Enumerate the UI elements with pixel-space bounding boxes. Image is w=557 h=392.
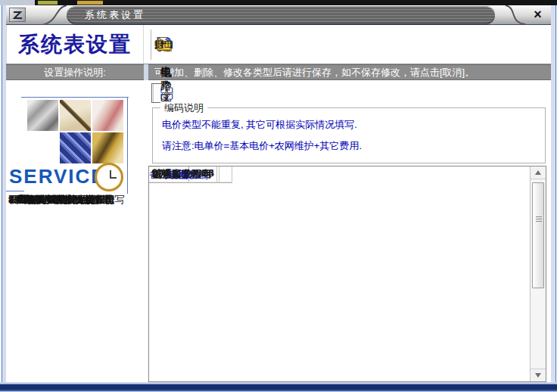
page-title-panel: 系统表设置 xyxy=(6,25,144,64)
coding-notes-groupbox: 编码说明 电价类型不能重复, 其它可根据实际情况填写. 请注意:电单价=基本电价… xyxy=(152,107,546,163)
decor-line xyxy=(127,97,128,194)
decor-line xyxy=(6,191,24,191)
background-icon-remnant xyxy=(38,1,58,5)
photo-pocket-watch xyxy=(95,163,123,191)
scroll-up-button[interactable] xyxy=(531,166,546,179)
titlebar: 系统表设置 × xyxy=(6,5,551,25)
vertical-scrollbar[interactable] xyxy=(530,166,546,381)
photo-fountain-pen xyxy=(60,100,91,131)
window-border-bottom xyxy=(0,382,557,392)
photo-colored-pens xyxy=(92,100,123,131)
watch-hand xyxy=(110,177,117,179)
photo-metal-tools xyxy=(27,100,58,131)
window-title: 系统表设置 xyxy=(85,6,145,24)
note-line: 请注意:电单价=基本电价+农网维护+其它费用. xyxy=(162,139,362,153)
close-button[interactable]: × xyxy=(530,7,546,23)
tab-line-regions[interactable]: 线路区域 xyxy=(151,83,170,103)
app-logo-icon xyxy=(9,8,26,22)
photo-watch-parts xyxy=(92,132,123,163)
background-strip-light xyxy=(0,0,35,5)
app-window: 系统表设置 × 系统表设置 到首 向前 xyxy=(0,0,557,392)
sidebar-caption: 设置操作说明: xyxy=(6,64,144,80)
groupbox-title: 编码说明 xyxy=(160,101,207,115)
background-icon-remnant xyxy=(77,1,103,5)
decor-line xyxy=(21,97,129,98)
info-bar: 可增加、删除、修改各类型后请进行保存，如不保存修改，请点击[取消]。 xyxy=(148,64,551,80)
thumb-grip-icon xyxy=(536,216,542,222)
page-title: 系统表设置 xyxy=(18,30,132,59)
titlebar-stripes: 系统表设置 xyxy=(67,6,495,24)
tabs-row: 操作人员 电表类型 电价类型 线路区域 xyxy=(148,80,551,106)
window-border-right xyxy=(551,5,557,392)
arrow-down-icon xyxy=(535,373,541,378)
note-line: 电价类型不能重复, 其它可根据实际情况填写. xyxy=(162,118,357,132)
titlebar-curve-left xyxy=(39,5,70,25)
photo-keyboard xyxy=(60,132,91,163)
scrollbar-thumb[interactable] xyxy=(532,182,544,288)
window-border-left xyxy=(0,5,6,392)
titlebar-curve-right xyxy=(496,5,527,25)
service-logo: SERVICE xyxy=(9,165,106,188)
record-count-value: 3 xyxy=(149,167,232,182)
toolbar: 到首 向前 向后 到尾 xyxy=(147,25,551,64)
arrow-up-icon xyxy=(535,170,541,175)
instruction-line: 管理时应按楼幢划分. xyxy=(8,194,100,206)
background-strip xyxy=(0,0,557,5)
toolbar-label: 退出 xyxy=(155,39,173,50)
exit-button[interactable]: 退出 xyxy=(147,26,181,63)
sidebar: SERVICE 设置操作说明: 1.操作人员的权限可按需 要分配便于兼职操作,但… xyxy=(6,80,144,382)
scroll-down-button[interactable] xyxy=(531,369,546,381)
price-type-grid: 电价类型 类型名称 电单价 备注说明 DJ1 普通工业 0.926 DJ2 城镇… xyxy=(148,166,546,382)
toolbar-row: 系统表设置 到首 向前 向后 xyxy=(6,25,551,64)
